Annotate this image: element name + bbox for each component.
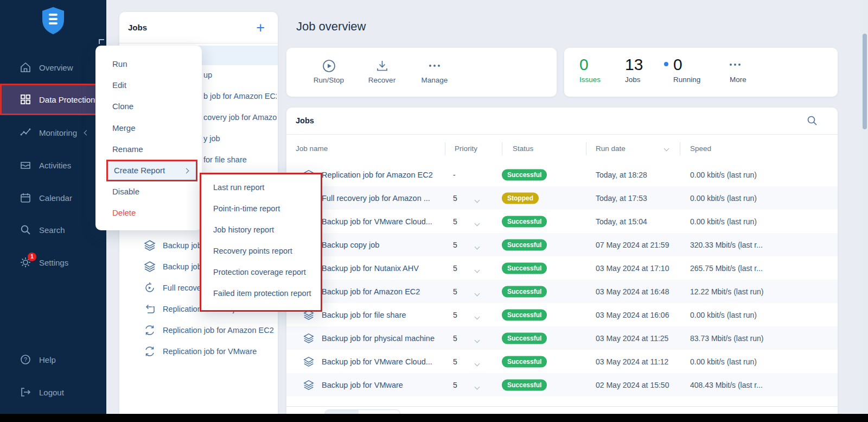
cell-run-date: 03 May 2024 at 17:10 xyxy=(596,264,669,273)
job-name-fragment[interactable]: y job xyxy=(203,134,220,145)
priority-chevron-down-icon[interactable] xyxy=(475,197,480,203)
menu-item-create-report[interactable]: Create Report xyxy=(106,160,197,181)
sidebar-item-activities[interactable]: Activities xyxy=(0,153,106,177)
search-icon[interactable] xyxy=(806,115,818,127)
priority-chevron-down-icon[interactable] xyxy=(475,314,480,319)
stat-running[interactable]: 0 Running xyxy=(664,55,700,84)
status-badge: Successful xyxy=(502,332,547,344)
menu-item-merge[interactable]: Merge xyxy=(95,118,202,138)
cell-speed: 0.00 kbit/s (last run) xyxy=(690,217,757,226)
job-name-fragment[interactable]: for file share xyxy=(203,155,247,166)
menu-item-disable[interactable]: Disable xyxy=(95,181,202,202)
sidebar-item-label: Data Protection xyxy=(39,95,95,104)
sidebar-item-settings[interactable]: 1 Settings xyxy=(0,250,106,274)
submenu-item-last-run-report[interactable]: Last run report xyxy=(201,179,321,196)
manage-button[interactable]: Manage xyxy=(410,58,459,84)
cell-priority: 5 xyxy=(453,311,457,319)
job-stats-card: 0 Issues 13 Jobs 0 Running More xyxy=(564,48,838,97)
list-item[interactable]: Replication job for VMware xyxy=(143,345,277,358)
table-row[interactable]: Backup job for VMware Cloud... 5 Success… xyxy=(286,350,838,373)
jobs-table-header: Jobs xyxy=(286,108,838,135)
table-row[interactable]: Backup copy job 5 Successful 07 May 2024… xyxy=(286,233,838,256)
priority-chevron-down-icon[interactable] xyxy=(475,244,480,249)
submenu-item-job-history-report[interactable]: Job history report xyxy=(201,222,321,238)
job-name-fragment[interactable]: covery job for Amazon E xyxy=(203,113,277,124)
menu-item-edit[interactable]: Edit xyxy=(95,75,202,96)
submenu-chevron-right-icon xyxy=(184,168,189,173)
sidebar-item-label: Activities xyxy=(39,161,71,170)
sidebar-item-logout[interactable]: Logout xyxy=(0,380,106,404)
submenu-item-failed-item-protection-report[interactable]: Failed item protection report xyxy=(201,285,321,301)
submenu-item-point-in-time-report[interactable]: Point-in-time report xyxy=(201,200,321,217)
job-name-fragment[interactable]: b job for Amazon EC2 xyxy=(203,92,277,103)
sidebar-item-overview[interactable]: Overview xyxy=(0,55,106,79)
chevron-left-icon xyxy=(84,130,90,135)
table-row[interactable]: Backup job for Nutanix AHV 5 Successful … xyxy=(286,256,838,280)
job-name: Backup job xyxy=(163,241,202,250)
sidebar-item-label: Logout xyxy=(39,388,64,397)
col-job-name[interactable]: Job name xyxy=(296,144,328,153)
corner-marker xyxy=(99,39,104,44)
priority-chevron-down-icon[interactable] xyxy=(475,267,480,273)
sidebar-item-search[interactable]: Search xyxy=(0,218,106,242)
sidebar-item-calendar[interactable]: Calendar xyxy=(0,186,106,210)
col-speed[interactable]: Speed xyxy=(690,144,711,153)
job-name-fragment[interactable]: up xyxy=(203,71,212,81)
scrollbar-thumb[interactable] xyxy=(863,34,867,129)
sidebar-item-label: Overview xyxy=(39,63,73,72)
cell-job-name: Backup job for physical machine xyxy=(322,334,435,343)
table-row[interactable]: Backup job for VMware 5 Successful 02 Ma… xyxy=(286,373,838,396)
tool-label: Recover xyxy=(358,76,406,84)
priority-chevron-down-icon[interactable] xyxy=(475,384,480,389)
status-badge: Successful xyxy=(502,309,547,320)
menu-item-clone[interactable]: Clone xyxy=(95,96,202,117)
cell-run-date: Today, at 15:04 xyxy=(596,217,647,226)
calendar-icon xyxy=(20,192,31,204)
submenu-item-protection-coverage-report[interactable]: Protection coverage report xyxy=(201,264,321,280)
table-row[interactable]: Backup job for file share 5 Successful 0… xyxy=(286,303,838,326)
search-icon xyxy=(20,224,31,236)
table-row[interactable]: Backup job for Amazon EC2 5 Successful 0… xyxy=(286,280,838,303)
cell-speed: 320.33 Mbit/s (last r... xyxy=(690,241,763,249)
sidebar-item-data-protection[interactable]: Data Protection xyxy=(0,84,98,115)
cell-run-date: 03 May 2024 at 16:06 xyxy=(596,311,669,319)
recover-button[interactable]: Recover xyxy=(358,58,406,84)
jobs-table-title: Jobs xyxy=(296,116,314,125)
priority-chevron-down-icon[interactable] xyxy=(475,337,480,343)
backup-job-icon xyxy=(303,379,315,391)
menu-item-rename[interactable]: Rename xyxy=(95,139,202,160)
menu-item-delete[interactable]: Delete xyxy=(95,203,202,223)
list-item[interactable]: Replication job for Amazon EC2 xyxy=(143,324,277,337)
table-row[interactable]: Replication job for Amazon EC2 - Success… xyxy=(286,163,838,186)
scrollbar-track xyxy=(861,0,868,414)
menu-item-run[interactable]: Run xyxy=(95,54,202,74)
col-run-date[interactable]: Run date xyxy=(596,144,626,153)
stat-issues[interactable]: 0 Issues xyxy=(579,55,601,84)
priority-chevron-down-icon[interactable] xyxy=(475,361,480,366)
sidebar-item-monitoring[interactable]: Monitoring xyxy=(0,121,106,144)
stat-label: More xyxy=(730,75,746,84)
table-footer-divider xyxy=(286,406,838,407)
add-job-button[interactable]: + xyxy=(256,22,265,33)
cell-speed: 0.00 kbit/s (last run) xyxy=(690,194,757,203)
col-priority[interactable]: Priority xyxy=(455,144,477,153)
stat-jobs[interactable]: 13 Jobs xyxy=(625,55,643,84)
sidebar-item-help[interactable]: ? Help xyxy=(0,348,106,371)
job-name: Replication job for VMware xyxy=(163,347,257,356)
backup-job-icon xyxy=(303,356,315,368)
priority-chevron-down-icon[interactable] xyxy=(475,221,480,226)
table-row[interactable]: Backup job for physical machine 5 Succes… xyxy=(286,326,838,350)
col-status[interactable]: Status xyxy=(513,144,533,153)
status-badge: Successful xyxy=(502,169,547,180)
submenu-item-recovery-points-report[interactable]: Recovery points report xyxy=(201,243,321,259)
table-row[interactable]: Backup job for VMware Cloud... 5 Success… xyxy=(286,210,838,233)
activities-icon xyxy=(20,159,31,171)
sort-chevron-down-icon[interactable] xyxy=(664,146,669,152)
cell-speed: 265.75 Mbit/s (last r... xyxy=(690,264,763,273)
menu-item-label: Create Report xyxy=(114,161,165,180)
stat-more[interactable]: More xyxy=(730,55,746,84)
priority-chevron-down-icon[interactable] xyxy=(475,291,480,296)
run-stop-button[interactable]: Run/Stop xyxy=(304,58,353,84)
cell-job-name: Backup job for file share xyxy=(322,311,406,319)
table-row[interactable]: Full recovery job for Amazon ... 5 Stopp… xyxy=(286,186,838,210)
